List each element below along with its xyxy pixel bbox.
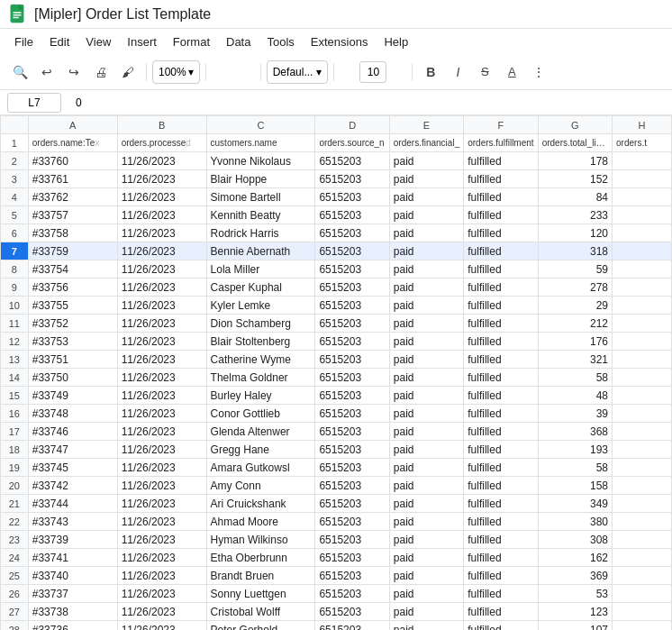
cell-D7[interactable]: 6515203 [315,242,389,260]
cell-C28[interactable]: Peter Gerhold [206,621,315,631]
font-size-minus[interactable] [340,63,358,81]
cell-D2[interactable]: 6515203 [315,152,389,170]
cell-F17[interactable]: fulfilled [464,423,538,441]
cell-A14[interactable]: #33750 [28,369,117,387]
cell-E2[interactable]: paid [389,152,463,170]
cell-B26[interactable]: 11/26/2023 [117,585,206,603]
menu-insert[interactable]: Insert [120,32,164,52]
cell-F9[interactable]: fulfilled [464,278,538,297]
cell-H4[interactable] [613,188,672,206]
cell-B5[interactable]: 11/26/2023 [117,206,206,224]
col-header-H[interactable]: H [613,116,672,134]
search-button[interactable]: 🔍 [7,59,32,85]
cell-H13[interactable] [613,351,672,369]
cell-E18[interactable]: paid [389,441,463,459]
cell-C4[interactable]: Simone Bartell [206,188,315,206]
percent-button[interactable] [221,70,228,74]
cell-G27[interactable]: 123 [538,603,612,621]
cell-E3[interactable]: paid [389,170,463,188]
cell-E24[interactable]: paid [389,549,463,567]
cell-C5[interactable]: Kennith Beatty [206,206,315,224]
cell-C2[interactable]: Yvonne Nikolaus [206,152,315,170]
strikethrough-button[interactable]: S [472,59,497,85]
cell-F25[interactable]: fulfilled [464,567,538,585]
cell-C16[interactable]: Conor Gottlieb [206,405,315,423]
redo-button[interactable]: ↪ [61,59,86,85]
cell-H16[interactable] [613,405,672,423]
cell-H3[interactable] [613,170,672,188]
cell-E14[interactable]: paid [389,369,463,387]
cell-B27[interactable]: 11/26/2023 [117,603,206,621]
cell-B18[interactable]: 11/26/2023 [117,441,206,459]
cell-G5[interactable]: 233 [538,206,612,224]
cell-E23[interactable]: paid [389,531,463,549]
cell-G2[interactable]: 178 [538,152,612,170]
cell-A8[interactable]: #33754 [28,260,117,278]
col-header-F[interactable]: F [464,116,538,134]
cell-F14[interactable]: fulfilled [464,369,538,387]
cell-G22[interactable]: 380 [538,513,612,531]
cell-A9[interactable]: #33756 [28,278,117,297]
cell-B6[interactable]: 11/26/2023 [117,224,206,242]
cell-E4[interactable]: paid [389,188,463,206]
cell-B19[interactable]: 11/26/2023 [117,459,206,477]
cell-D27[interactable]: 6515203 [315,603,389,621]
cell-B1[interactable]: orders.processed [117,134,206,152]
cell-H12[interactable] [613,333,672,351]
cell-F28[interactable]: fulfilled [464,621,538,631]
cell-B20[interactable]: 11/26/2023 [117,477,206,495]
cell-H8[interactable] [613,260,672,278]
cell-D4[interactable]: 6515203 [315,188,389,206]
cell-F16[interactable]: fulfilled [464,405,538,423]
cell-F8[interactable]: fulfilled [464,260,538,278]
cell-A12[interactable]: #33753 [28,333,117,351]
cell-H14[interactable] [613,369,672,387]
cell-F27[interactable]: fulfilled [464,603,538,621]
cell-H22[interactable] [613,513,672,531]
cell-A22[interactable]: #33743 [28,513,117,531]
cell-E28[interactable]: paid [389,621,463,631]
cell-F12[interactable]: fulfilled [464,333,538,351]
dec1-button[interactable] [230,70,237,74]
cell-F4[interactable]: fulfilled [464,188,538,206]
cell-G3[interactable]: 152 [538,170,612,188]
num-button[interactable] [248,70,255,74]
font-size-input[interactable] [359,61,386,83]
cell-A20[interactable]: #33742 [28,477,117,495]
cell-C11[interactable]: Dion Schamberg [206,315,315,333]
cell-H19[interactable] [613,459,672,477]
bold-button[interactable]: B [418,59,443,85]
cell-E21[interactable]: paid [389,495,463,513]
cell-D22[interactable]: 6515203 [315,513,389,531]
cell-E26[interactable]: paid [389,585,463,603]
cell-C15[interactable]: Burley Haley [206,387,315,405]
cell-A16[interactable]: #33748 [28,405,117,423]
cell-F6[interactable]: fulfilled [464,224,538,242]
cell-G24[interactable]: 162 [538,549,612,567]
cell-A25[interactable]: #33740 [28,567,117,585]
cell-A3[interactable]: #33761 [28,170,117,188]
cell-D28[interactable]: 6515203 [315,621,389,631]
cell-D21[interactable]: 6515203 [315,495,389,513]
cell-E5[interactable]: paid [389,206,463,224]
cell-G4[interactable]: 84 [538,188,612,206]
cell-D24[interactable]: 6515203 [315,549,389,567]
cell-A23[interactable]: #33739 [28,531,117,549]
cell-C25[interactable]: Brandt Bruen [206,567,315,585]
cell-G11[interactable]: 212 [538,315,612,333]
italic-button[interactable]: I [445,59,470,85]
cell-D10[interactable]: 6515203 [315,297,389,315]
menu-format[interactable]: Format [166,32,217,52]
cell-C8[interactable]: Lola Miller [206,260,315,278]
cell-B13[interactable]: 11/26/2023 [117,351,206,369]
cell-B17[interactable]: 11/26/2023 [117,423,206,441]
cell-H6[interactable] [613,224,672,242]
cell-B4[interactable]: 11/26/2023 [117,188,206,206]
cell-B16[interactable]: 11/26/2023 [117,405,206,423]
cell-F24[interactable]: fulfilled [464,549,538,567]
cell-D17[interactable]: 6515203 [315,423,389,441]
cell-reference[interactable]: L7 [7,93,61,113]
cell-B7[interactable]: 11/26/2023 [117,242,206,260]
col-header-C[interactable]: C [206,116,315,134]
cell-C13[interactable]: Catherine Wyme [206,351,315,369]
